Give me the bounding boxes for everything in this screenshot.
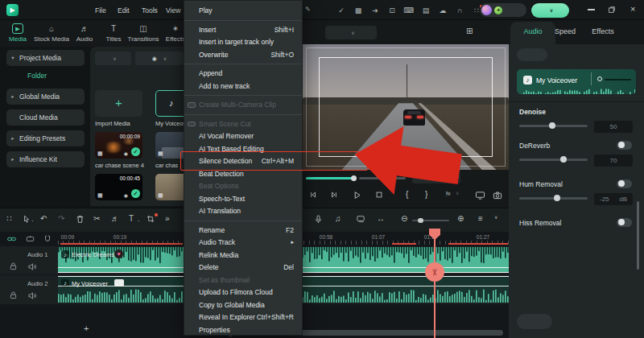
slider-handle[interactable] <box>549 122 555 129</box>
value-hum-removal[interactable]: -25dB <box>594 193 633 205</box>
next-frame-icon[interactable] <box>330 191 338 199</box>
selected-clip-card[interactable]: ♪My Voiceover <box>517 69 636 94</box>
progress-handle[interactable] <box>351 175 357 181</box>
menu-item-append[interactable]: Append <box>184 68 302 80</box>
flag-icon[interactable]: ⚑ <box>444 191 452 199</box>
reset-button[interactable] <box>517 314 552 329</box>
speaker-icon[interactable] <box>27 291 37 300</box>
magnet-icon[interactable] <box>43 235 52 243</box>
menu-item-audio-track[interactable]: Audio Track▸ <box>184 237 302 249</box>
stop-icon[interactable] <box>375 191 383 199</box>
layout-grid-icon[interactable]: ∷ <box>6 215 11 223</box>
lock-icon[interactable] <box>10 291 17 299</box>
share-icon[interactable]: ➔ <box>370 6 380 15</box>
render-preview-icon[interactable]: ≡ <box>478 215 483 223</box>
speaker-icon[interactable] <box>27 262 37 271</box>
export-clip-icon[interactable] <box>356 215 365 223</box>
menu-item-play[interactable]: Play <box>184 5 302 18</box>
save-icon[interactable]: ▤ <box>421 6 431 15</box>
fit-timeline-icon[interactable]: ↔ <box>377 215 385 223</box>
zoom-in-icon[interactable]: ⊕ <box>457 215 464 223</box>
add-track-button[interactable]: + <box>84 324 89 333</box>
properties-tab-audio[interactable]: Audio <box>523 27 542 35</box>
menu-item-properties[interactable]: Properties <box>184 324 302 336</box>
menu-item-ai-translation[interactable]: AI Translation <box>184 205 302 218</box>
slider-dereverb[interactable] <box>519 159 588 161</box>
playback-progress-bar[interactable] <box>306 177 353 179</box>
snapshot-icon[interactable] <box>493 191 502 200</box>
keyboard-icon[interactable]: ⌨ <box>404 6 414 15</box>
playhead-line[interactable] <box>434 229 436 338</box>
chevron-down-icon[interactable]: ∨ <box>494 215 497 220</box>
menubar-item-tools[interactable]: Tools <box>142 6 158 14</box>
panel-scrollbar[interactable] <box>637 201 639 270</box>
feedback-icon[interactable]: ⊡ <box>387 6 397 15</box>
basic-pill-button[interactable] <box>517 48 547 61</box>
more-icon[interactable]: » <box>165 215 170 223</box>
menubar-item-edit[interactable]: Edit <box>118 6 130 14</box>
fade-handle[interactable] <box>597 76 602 81</box>
menu-item-delete[interactable]: DeleteDel <box>184 262 302 274</box>
redo-icon[interactable]: ↷ <box>58 215 64 223</box>
play-icon[interactable] <box>353 191 361 200</box>
zoom-out-icon[interactable]: ⊖ <box>401 215 407 223</box>
value-denoise[interactable]: 50 <box>594 121 633 133</box>
check-circle-icon[interactable]: ✓ <box>336 6 346 15</box>
split-icon[interactable]: ✂ <box>93 215 100 223</box>
export-button[interactable]: ∨ <box>531 3 569 18</box>
previous-frame-icon[interactable] <box>309 191 317 199</box>
minimize-button[interactable] <box>588 9 595 10</box>
mark-out-icon[interactable]: } <box>425 191 427 199</box>
avatar[interactable] <box>481 5 492 15</box>
sidebar-item-cloud-media[interactable]: Cloud Media <box>6 109 85 126</box>
menu-item-relink-media[interactable]: Relink Media <box>184 249 302 262</box>
sidebar-item-influence-kit[interactable]: ▸Influence Kit <box>6 151 85 167</box>
sidebar-item-project-media[interactable]: ▾Project Media <box>6 50 85 66</box>
undo-icon[interactable]: ↶ <box>40 215 47 223</box>
menu-item-copy-to-global-media[interactable]: Copy to Global Media <box>184 299 302 311</box>
fade-line[interactable] <box>605 79 631 80</box>
gift-icon[interactable]: ▩ <box>353 6 363 15</box>
media-tile-clip-4[interactable]: ▦◉00:00:45✓ <box>95 174 142 200</box>
toggle-hum-removal[interactable] <box>617 179 632 188</box>
menu-item-upload-to-filmora-cloud[interactable]: Upload to Filmora Cloud <box>184 286 302 299</box>
properties-tab-speed[interactable]: Speed <box>555 27 576 35</box>
zoom-slider-handle[interactable] <box>418 218 423 224</box>
menu-item-insert[interactable]: InsertShift+I <box>184 23 302 36</box>
restore-button[interactable] <box>608 6 616 14</box>
menu-item-reveal-in-explorer[interactable]: Reveal In ExplorerCtrl+Shift+R <box>184 311 302 324</box>
menu-item-ai-vocal-remover[interactable]: AI Vocal Remover <box>184 130 302 143</box>
quality-dropdown[interactable]: ∨ <box>325 26 377 39</box>
mark-in-icon[interactable]: { <box>406 191 408 199</box>
menubar-item-file[interactable]: File <box>95 6 106 14</box>
close-button[interactable]: × <box>630 4 635 14</box>
menu-item-add-to-new-track[interactable]: Add to new track <box>184 80 302 93</box>
import-button[interactable]: ∨ <box>95 52 131 65</box>
mirror-display-icon[interactable] <box>475 191 485 200</box>
transform-inner-frame[interactable] <box>319 57 493 157</box>
slider-handle[interactable] <box>554 195 560 201</box>
media-tile-import-media[interactable]: + <box>95 90 142 117</box>
audio-mixer-icon[interactable]: ♫ <box>335 215 341 223</box>
menu-item-insert-in-target-track-only[interactable]: Insert in target track only <box>184 36 302 49</box>
beat-detect-icon[interactable]: ♬ <box>111 215 119 223</box>
toggle-hiss-removal[interactable] <box>617 218 632 227</box>
menubar-item-view[interactable]: View <box>166 6 180 14</box>
link-icon[interactable] <box>6 235 17 243</box>
delete-icon[interactable] <box>76 215 85 224</box>
menu-item-overwrite[interactable]: OverwriteShift+O <box>184 48 302 61</box>
lock-icon[interactable] <box>10 262 17 270</box>
cloud-upload-icon[interactable]: ☁ <box>438 6 448 15</box>
slider-handle[interactable] <box>560 156 567 163</box>
text-tool-icon[interactable]: T <box>129 215 134 223</box>
favorite-heart-icon[interactable]: ♥ <box>114 249 123 258</box>
select-tool-icon[interactable] <box>23 215 31 224</box>
media-tile-car-chase-scene-4[interactable]: ▦◉00:00:09✓ <box>95 132 142 159</box>
insert-mode-icon[interactable] <box>26 235 35 243</box>
record-button[interactable]: ◉ ∨ <box>135 52 184 65</box>
crop-icon[interactable] <box>147 215 155 223</box>
menu-item-rename[interactable]: RenameF2 <box>184 224 302 237</box>
properties-tab-effects[interactable]: Effects <box>592 27 613 35</box>
multi-view-icon[interactable]: ⊞ <box>466 27 473 35</box>
split-scissors-button[interactable]: ✂ <box>425 262 444 282</box>
